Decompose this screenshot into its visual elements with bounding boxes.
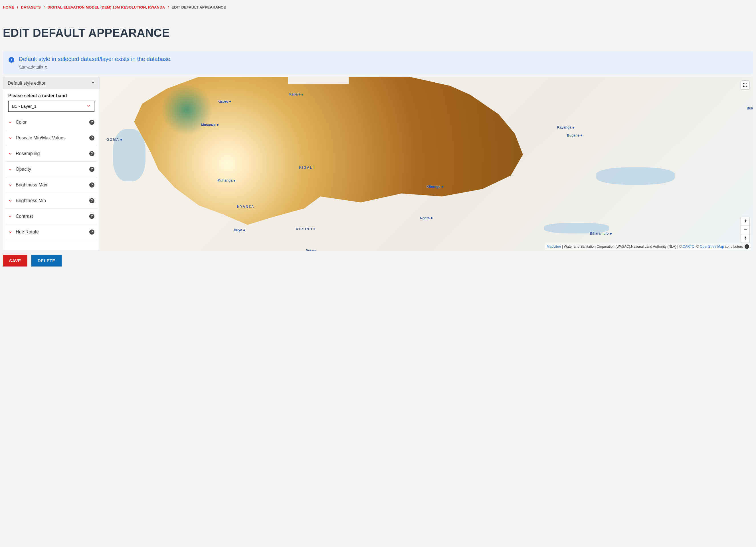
help-icon[interactable]: ? [89, 230, 94, 235]
map-label-kayanga: Kayanga [557, 125, 575, 129]
map-canvas[interactable]: Kisoro Kabale Musanze GOMA Kayanga Bugen… [100, 77, 753, 251]
notice-message: Default style in selected dataset/layer … [19, 56, 172, 62]
map-label-musanze: Musanze [201, 123, 220, 127]
chevron-down-icon [8, 230, 12, 234]
section-label: Opacity [16, 167, 31, 172]
attrib-tail: contributors [724, 245, 743, 249]
breadcrumb: HOME / DATASETS / DIGITAL ELEVATION MODE… [3, 5, 753, 9]
band-select[interactable]: B1 - Layer_1 [8, 101, 94, 112]
reset-bearing-button[interactable]: ▲ ▲ [741, 234, 750, 243]
breadcrumb-home[interactable]: HOME [3, 5, 14, 9]
breadcrumb-datasets[interactable]: DATASETS [21, 5, 41, 9]
breadcrumb-current: EDIT DEFAULT APPEARANCE [171, 5, 226, 9]
section-label: Contrast [16, 214, 33, 219]
help-icon[interactable]: ? [89, 183, 94, 188]
zoom-controls: + − ▲ ▲ [741, 217, 750, 243]
panel-title: Default style editor [8, 81, 46, 86]
section-rescale[interactable]: Rescale Min/Max Values ? [5, 130, 97, 146]
caret-down-icon: ▾ [45, 64, 47, 69]
section-opacity[interactable]: Opacity ? [5, 162, 97, 177]
chevron-up-icon [91, 81, 95, 86]
chevron-down-icon [8, 183, 12, 187]
help-icon[interactable]: ? [89, 151, 94, 156]
attrib-sep: , © [694, 245, 700, 249]
attrib-sep: | [561, 245, 564, 249]
section-brightness-max[interactable]: Brightness Max ? [5, 177, 97, 193]
map-attribution: MapLibre | Water and Sanitation Corporat… [545, 244, 751, 250]
map-label-ngara: Ngara [420, 216, 434, 220]
editor-sections: Color ? Rescale Min/Max Values ? [3, 115, 100, 240]
section-resampling[interactable]: Resampling ? [5, 146, 97, 162]
section-color[interactable]: Color ? [5, 115, 97, 130]
attribution-info-icon[interactable]: i [745, 244, 749, 249]
help-icon[interactable]: ? [89, 135, 94, 141]
info-icon: i [9, 57, 14, 63]
help-icon[interactable]: ? [89, 167, 94, 172]
chevron-down-icon [8, 120, 12, 124]
map-label-huye: Huye [234, 228, 246, 232]
help-icon[interactable]: ? [89, 214, 94, 219]
zoom-out-button[interactable]: − [741, 226, 750, 234]
breadcrumb-sep: / [17, 5, 18, 9]
save-button[interactable]: SAVE [3, 255, 27, 267]
show-details-label: Show details [19, 64, 43, 69]
help-icon[interactable]: ? [89, 198, 94, 203]
map-label-kibungo: Kibungo [426, 185, 444, 189]
help-icon[interactable]: ? [89, 120, 94, 125]
attrib-sep: | © [676, 245, 683, 249]
fullscreen-button[interactable] [741, 80, 750, 90]
section-label: Brightness Max [16, 183, 47, 188]
section-hue-rotate[interactable]: Hue Rotate ? [5, 224, 97, 240]
attrib-osm[interactable]: OpenStreetMap [700, 245, 724, 249]
page-title: EDIT DEFAULT APPEARANCE [3, 27, 753, 39]
map-label-kirundo: KIRUNDO [296, 227, 316, 231]
panel-header[interactable]: Default style editor [3, 77, 100, 89]
section-label: Color [16, 120, 27, 125]
chevron-down-icon [8, 199, 12, 203]
attrib-carto[interactable]: CARTO [683, 245, 695, 249]
map-label-bugene: Bugene [567, 133, 583, 137]
zoom-in-button[interactable]: + [741, 217, 750, 226]
chevron-down-icon [8, 167, 12, 171]
map-label-kisoro: Kisoro [217, 100, 232, 104]
map-label-kabale: Kabale [289, 92, 304, 96]
band-selected-value: B1 - Layer_1 [12, 104, 37, 109]
chevron-down-icon [8, 136, 12, 140]
breadcrumb-sep: / [44, 5, 45, 9]
attrib-maplibre[interactable]: MapLibre [547, 245, 561, 249]
map-label-buk: Buk [747, 106, 753, 110]
show-details-toggle[interactable]: Show details ▾ [19, 64, 47, 69]
section-brightness-min[interactable]: Brightness Min ? [5, 193, 97, 209]
section-label: Resampling [16, 151, 40, 156]
section-label: Hue Rotate [16, 230, 39, 235]
section-contrast[interactable]: Contrast ? [5, 209, 97, 224]
section-label: Brightness Min [16, 198, 46, 203]
delete-button[interactable]: DELETE [31, 255, 62, 267]
band-prompt: Please select a raster band [8, 93, 94, 98]
style-editor-panel: Default style editor Please select a ras… [3, 77, 100, 251]
section-label: Rescale Min/Max Values [16, 135, 66, 141]
map-label-butare: Butare [306, 249, 316, 251]
map-label-muhanga: Muhanga [217, 179, 236, 183]
elevation-overlay [126, 77, 531, 227]
footer-actions: SAVE DELETE [0, 251, 756, 272]
map-label-nyanza: NYANZA [237, 205, 254, 209]
breadcrumb-dataset[interactable]: DIGITAL ELEVATION MODEL (DEM) 10M RESOLU… [47, 5, 165, 9]
compass-icon-bottom: ▲ [744, 238, 747, 241]
chevron-down-icon [87, 104, 91, 109]
water-shape [113, 129, 146, 181]
map-label-goma: GOMA [106, 138, 123, 142]
breadcrumb-sep: / [168, 5, 169, 9]
notice-banner: i Default style in selected dataset/laye… [3, 51, 753, 74]
map-label-kigali: KIGALI [299, 166, 314, 170]
map-label-biharamulo: Biharamulo [590, 232, 613, 236]
water-shape [596, 167, 675, 185]
chevron-down-icon [8, 152, 12, 156]
chevron-down-icon [8, 214, 12, 218]
attrib-wasac: Water and Sanitation Corporation (WASAC)… [564, 245, 676, 249]
